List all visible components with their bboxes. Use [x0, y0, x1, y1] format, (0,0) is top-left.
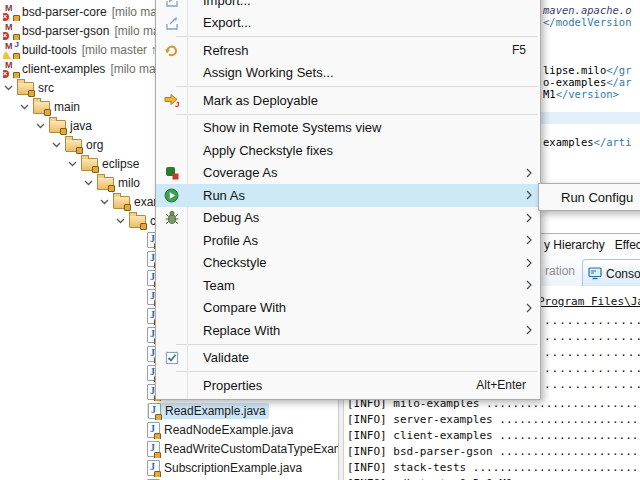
svg-text:J: J [175, 100, 179, 108]
repository-badge [28, 90, 35, 97]
maven-project-icon: J [3, 42, 18, 57]
chevron-down-icon[interactable] [68, 161, 81, 167]
tree-item-label: client-examples [22, 62, 105, 76]
error-badge: × [3, 70, 9, 78]
menu-item-label: Assign Working Sets... [203, 65, 334, 80]
folder-icon [81, 158, 98, 171]
menu-item-show-in-remote-systems-view[interactable]: Show in Remote Systems view [156, 117, 540, 140]
code-segment: </version> [556, 88, 619, 100]
tree-item-label: build-tools [22, 43, 77, 57]
tree-item-milo[interactable]: milo [84, 173, 140, 192]
editor-code-line: lipse.milo</gr [543, 64, 632, 76]
folder-icon [33, 101, 50, 114]
tree-item-bsd-parser-core[interactable]: ×bsd-parser-core[milo mast [3, 2, 166, 21]
eclipse-window: maven.apache.o</modelVersionlipse.milo</… [0, 0, 640, 480]
submenu-arrow-icon [526, 280, 532, 290]
console-line: [INFO] stack-tests .....................… [347, 460, 640, 476]
menu-item-coverage-as[interactable]: Coverage As [156, 162, 540, 185]
tree-item-build-tools[interactable]: Jbuild-tools[milo master ↑1 [3, 40, 163, 59]
tab-hierarchy[interactable]: y Hierarchy [540, 238, 611, 252]
tree-item-main[interactable]: main [20, 97, 80, 116]
menu-item-compare-with[interactable]: Compare With [156, 297, 540, 320]
console-line: [INFO] sdk-tests 0.3.0-M1 ..............… [347, 476, 640, 480]
menu-item-checkstyle[interactable]: Checkstyle [156, 252, 540, 275]
chevron-down-icon[interactable] [36, 123, 49, 129]
tab-effective-pom[interactable]: Effec [611, 238, 640, 252]
editor-code-line: M1</version> [543, 88, 619, 100]
chevron-down-icon[interactable] [84, 180, 97, 186]
menu-item-label: Show in Remote Systems view [203, 120, 381, 135]
tree-item-label: eclipse [102, 157, 139, 171]
tab-declaration[interactable]: ration [545, 264, 575, 278]
editor-code-line: o-examples</ar [543, 76, 632, 88]
tree-item-java[interactable]: java [36, 116, 92, 135]
menu-shortcut: Alt+Enter [476, 378, 526, 392]
tree-item-readnodeexample-java[interactable]: ReadNodeExample.java [147, 420, 293, 439]
tab-console[interactable]: Consol [582, 259, 640, 287]
chevron-down-icon[interactable] [116, 218, 129, 224]
repository-badge [60, 128, 67, 135]
repository-badge [108, 185, 115, 192]
java-file-icon [147, 441, 160, 457]
chevron-down-icon[interactable] [4, 85, 17, 91]
java-file-icon [147, 460, 160, 476]
menu-item-team[interactable]: Team [156, 274, 540, 297]
repository-badge [44, 109, 51, 116]
console-line: [INFO] client-examples .................… [347, 428, 640, 444]
console-line: [INFO] bsd-parser-gson .................… [347, 444, 640, 460]
tree-item-readexample-java[interactable]: ReadExample.java [147, 401, 269, 420]
tree-item-org[interactable]: org [52, 135, 103, 154]
menu-item-apply-checkstyle-fixes[interactable]: Apply Checkstyle fixes [156, 139, 540, 162]
menu-item-label: Compare With [203, 300, 286, 315]
tree-item-label: SubscriptionExample.java [164, 461, 302, 475]
menu-shortcut: F5 [512, 43, 526, 57]
menu-item-profile-as[interactable]: Profile As [156, 229, 540, 252]
menu-item-export[interactable]: Export... [156, 12, 540, 35]
menu-separator [176, 344, 537, 345]
tree-item-label: milo [118, 176, 140, 190]
menu-item-label: Coverage As [203, 165, 277, 180]
submenu-arrow-icon [526, 303, 532, 313]
debug-icon [156, 210, 187, 225]
submenu-arrow-icon [526, 190, 532, 200]
console-icon [588, 267, 602, 280]
tree-item-bsd-parser-gson[interactable]: ×bsd-parser-gson[milo mas [3, 21, 166, 40]
submenu-arrow-icon [526, 235, 532, 245]
code-segment: maven.apache.o [543, 4, 632, 16]
chevron-down-icon[interactable] [100, 199, 113, 205]
tree-item-client-examples[interactable]: ×client-examples[milo mast [3, 59, 165, 78]
chevron-down-icon[interactable] [52, 142, 65, 148]
tree-item-src[interactable]: src [4, 78, 54, 97]
menu-item-run-configurations[interactable]: Run Configu [561, 190, 633, 205]
menu-item-label: Apply Checkstyle fixes [203, 143, 333, 158]
menu-item-assign-working-sets[interactable]: Assign Working Sets... [156, 62, 540, 85]
submenu-arrow-icon [526, 213, 532, 223]
menu-item-label: Debug As [203, 210, 259, 225]
tree-item-subscriptionexample-java[interactable]: SubscriptionExample.java [147, 458, 302, 477]
tree-item-eclipse[interactable]: eclipse [68, 154, 139, 173]
menu-item-refresh[interactable]: RefreshF5 [156, 39, 540, 62]
menu-item-properties[interactable]: PropertiesAlt+Enter [156, 374, 540, 397]
menu-item-import[interactable]: Import... [156, 0, 540, 12]
menu-item-label: Checkstyle [203, 255, 267, 270]
menu-item-replace-with[interactable]: Replace With [156, 319, 540, 342]
menu-item-debug-as[interactable]: Debug As [156, 207, 540, 230]
tree-item-label: bsd-parser-gson [22, 24, 109, 38]
tree-selection: ReadExample.java [147, 403, 269, 419]
context-menu: Import...Export...RefreshF5Assign Workin… [155, 0, 541, 400]
code-segment: examples [543, 136, 594, 148]
folder-icon [97, 177, 114, 190]
menu-item-label: Properties [203, 378, 262, 393]
menu-item-validate[interactable]: Validate [156, 347, 540, 370]
tree-item-readwritecustomdatatypeexampl[interactable]: ReadWriteCustomDataTypeExampl [147, 439, 339, 458]
warning-badge [3, 51, 11, 59]
submenu-arrow-icon [526, 168, 532, 178]
menu-item-run-as[interactable]: Run As [156, 184, 540, 207]
submenu-arrow-icon [526, 258, 532, 268]
menu-item-label: Profile As [203, 233, 258, 248]
tree-item-label: ReadWriteCustomDataTypeExampl [164, 442, 339, 456]
chevron-down-icon[interactable] [20, 104, 33, 110]
menu-item-mark-as-deployable[interactable]: JMark as Deployable [156, 89, 540, 112]
editor-code-line: </modelVersion [543, 16, 632, 28]
menu-item-label: Validate [203, 350, 249, 365]
